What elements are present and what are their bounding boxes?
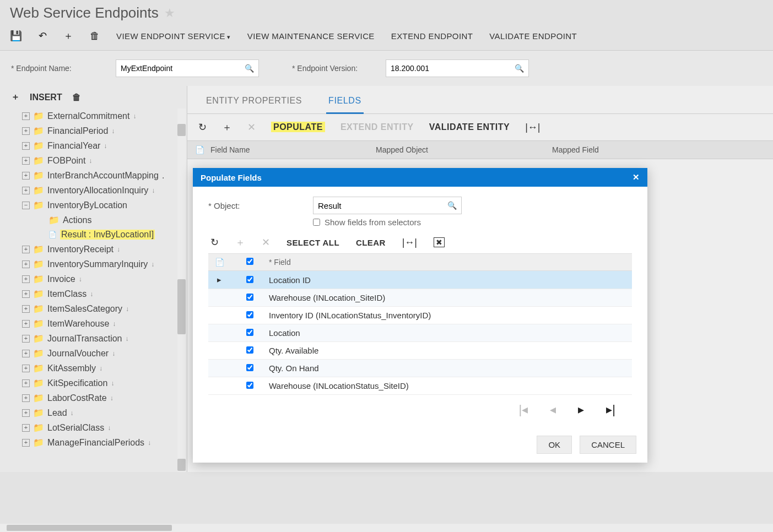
check-all[interactable] [246, 258, 253, 265]
view-endpoint-service-button[interactable]: VIEW ENDPOINT SERVICE [116, 31, 231, 41]
tree-node[interactable]: + 📁 InventoryAllocationInquiry ↓ [3, 183, 183, 198]
grid-doc-icon[interactable]: 📄 [187, 141, 203, 159]
col-mapped-object[interactable]: Mapped Object [368, 141, 544, 159]
tree-node[interactable]: + 📁 ItemClass ↓ [3, 286, 183, 301]
refresh-icon[interactable]: ↻ [198, 121, 207, 133]
col-field[interactable]: * Field [269, 254, 632, 270]
scroll-down-arrow[interactable] [177, 459, 186, 471]
search-icon[interactable]: 🔍 [515, 64, 524, 73]
undo-icon[interactable]: ↶ [39, 30, 47, 42]
fit-columns-icon[interactable]: |↔| [402, 237, 417, 248]
object-input[interactable] [318, 201, 447, 210]
fit-columns-icon[interactable]: |↔| [525, 122, 540, 133]
tree-node[interactable]: + 📁 Lead ↓ [3, 405, 183, 420]
tree-node[interactable]: + 📁 JournalTransaction ↓ [3, 331, 183, 346]
add-icon[interactable]: ＋ [63, 29, 73, 42]
expander-icon[interactable]: + [22, 112, 30, 120]
horizontal-scrollbar[interactable] [0, 524, 773, 532]
col-field-name[interactable]: Field Name [203, 141, 368, 159]
search-icon[interactable]: 🔍 [245, 64, 254, 73]
tree-node[interactable]: + 📁 FinancialPeriod ↓ [3, 123, 183, 138]
delete-icon[interactable]: 🗑 [72, 93, 81, 102]
plus-icon[interactable]: ＋ [11, 91, 20, 103]
validate-entity-button[interactable]: VALIDATE ENTITY [429, 122, 510, 132]
export-icon[interactable]: ✖ [434, 237, 445, 247]
page-last-icon[interactable]: ▸| [606, 403, 615, 417]
field-row[interactable]: Qty. On Hand [208, 360, 632, 377]
clear-button[interactable]: CLEAR [356, 238, 386, 247]
expander-icon[interactable]: + [22, 157, 30, 165]
expander-icon[interactable]: + [22, 305, 30, 313]
add-row-icon[interactable]: ＋ [222, 121, 232, 134]
tree-node[interactable]: + 📁 FinancialYear ↓ [3, 138, 183, 153]
tree-child-node[interactable]: 📁 Actions [3, 213, 183, 227]
entity-tree[interactable]: + 📁 ExternalCommitment ↓+ 📁 FinancialPer… [0, 108, 187, 450]
expander-icon[interactable]: + [22, 379, 30, 387]
tree-node[interactable]: + 📁 ItemSalesCategory ↓ [3, 301, 183, 316]
field-row[interactable]: Location [208, 324, 632, 342]
expander-icon[interactable]: + [22, 365, 30, 372]
tree-node[interactable]: + 📁 Invoice ↓ [3, 272, 183, 286]
expander-icon[interactable]: + [22, 290, 30, 298]
page-next-icon[interactable]: ▸ [578, 403, 584, 417]
endpoint-name-field[interactable]: 🔍 [116, 59, 259, 77]
show-fields-checkbox[interactable] [313, 219, 320, 226]
delete-icon[interactable]: 🗑 [90, 30, 100, 42]
cancel-button[interactable]: CANCEL [580, 436, 636, 454]
view-maintenance-service-button[interactable]: VIEW MAINTENANCE SERVICE [247, 31, 375, 41]
tree-node[interactable]: + 📁 LotSerialClass ↓ [3, 420, 183, 435]
tree-node[interactable]: + 📁 JournalVoucher ↓ [3, 346, 183, 361]
scroll-thumb[interactable] [177, 279, 186, 334]
expander-icon[interactable]: + [22, 350, 30, 357]
field-row[interactable]: ▸ Location ID [208, 271, 632, 289]
insert-button[interactable]: INSERT [30, 93, 62, 102]
endpoint-version-field[interactable]: 🔍 [386, 59, 529, 77]
validate-endpoint-button[interactable]: VALIDATE ENDPOINT [489, 31, 577, 41]
tree-node[interactable]: + 📁 InterBranchAccountMapping . [3, 168, 183, 183]
favorite-star-icon[interactable]: ★ [164, 6, 175, 20]
tree-node[interactable]: + 📁 KitSpecification ↓ [3, 376, 183, 390]
expander-icon[interactable]: + [22, 187, 30, 194]
tree-node[interactable]: + 📁 ItemWarehouse ↓ [3, 316, 183, 331]
row-checkbox[interactable] [246, 294, 253, 301]
close-icon[interactable]: ✕ [633, 172, 640, 182]
row-checkbox[interactable] [246, 364, 253, 371]
endpoint-name-input[interactable] [121, 64, 245, 73]
endpoint-version-input[interactable] [391, 64, 515, 73]
tree-node[interactable]: − 📁 InventoryByLocation [3, 198, 183, 213]
row-checkbox[interactable] [246, 382, 253, 389]
tree-node[interactable]: + 📁 InventorySummaryInquiry ↓ [3, 257, 183, 272]
tree-node[interactable]: + 📁 InventoryReceipt ↓ [3, 242, 183, 257]
extend-endpoint-button[interactable]: EXTEND ENDPOINT [391, 31, 473, 41]
expander-icon[interactable]: + [22, 172, 30, 180]
expander-icon[interactable]: − [22, 202, 30, 209]
tree-node[interactable]: + 📁 ExternalCommitment ↓ [3, 108, 183, 123]
col-mapped-field[interactable]: Mapped Field [544, 141, 773, 159]
refresh-icon[interactable]: ↻ [210, 236, 219, 248]
expander-icon[interactable]: + [22, 260, 30, 268]
expander-icon[interactable]: + [22, 424, 30, 432]
expander-icon[interactable]: + [22, 320, 30, 328]
expander-icon[interactable]: + [22, 409, 30, 417]
tree-child-node[interactable]: 📄 Result : InvByLocationI] [3, 227, 183, 242]
row-checkbox[interactable] [246, 276, 253, 283]
tree-node[interactable]: + 📁 ManageFinancialPeriods ↓ [3, 435, 183, 450]
tree-node[interactable]: + 📁 FOBPoint ↓ [3, 153, 183, 168]
tree-node[interactable]: + 📁 KitAssembly ↓ [3, 361, 183, 376]
expander-icon[interactable]: + [22, 394, 30, 402]
tab-entity-properties[interactable]: ENTITY PROPERTIES [204, 91, 304, 113]
ok-button[interactable]: OK [537, 436, 572, 454]
tab-fields[interactable]: FIELDS [326, 91, 364, 114]
field-row[interactable]: Qty. Available [208, 342, 632, 360]
doc-icon[interactable]: 📄 [208, 254, 230, 270]
expander-icon[interactable]: + [22, 335, 30, 343]
row-checkbox[interactable] [246, 311, 253, 318]
scroll-up-arrow[interactable] [177, 124, 186, 136]
expander-icon[interactable]: + [22, 439, 30, 447]
save-icon[interactable]: 💾 [10, 30, 22, 42]
row-checkbox[interactable] [246, 346, 253, 354]
field-row[interactable]: Warehouse (INLocationStatus_SiteID) [208, 377, 632, 395]
expander-icon[interactable]: + [22, 127, 30, 135]
object-field[interactable]: 🔍 [313, 197, 462, 214]
tree-scrollbar[interactable] [177, 108, 186, 472]
